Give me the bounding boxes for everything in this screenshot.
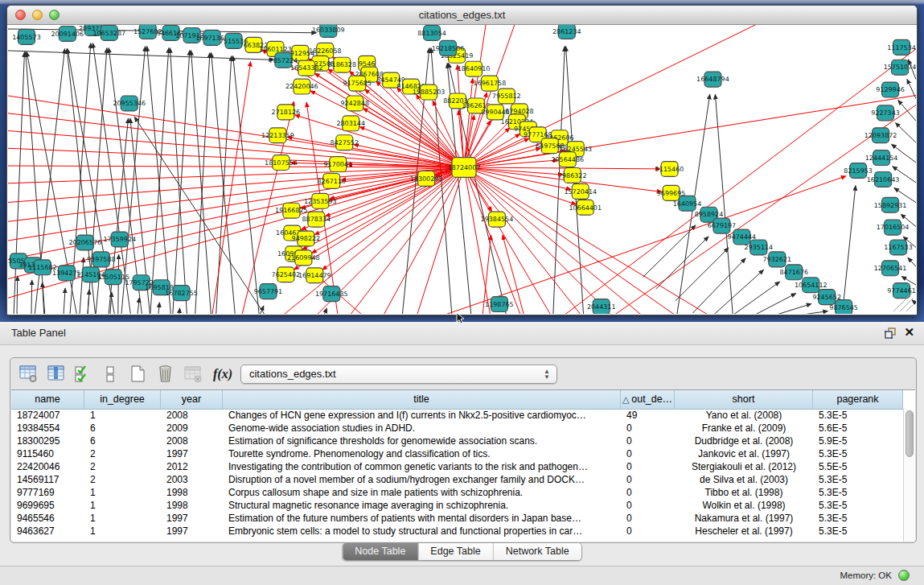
- select-all-rows-button[interactable]: [72, 363, 94, 385]
- cell-year: 1998: [161, 486, 223, 499]
- cell-pagerank: 5.5E-5: [813, 460, 903, 473]
- network-edge: [464, 167, 521, 314]
- table-row[interactable]: 1830029562008Estimation of significance …: [11, 435, 903, 447]
- column-header-in_degree[interactable]: in_degree: [84, 390, 161, 409]
- cell-title: Estimation of the future numbers of pati…: [223, 512, 621, 525]
- create-column-button[interactable]: [126, 363, 149, 385]
- network-edge: [771, 304, 811, 314]
- table-settings-icon: [18, 364, 39, 384]
- create-column-icon: [128, 364, 148, 384]
- network-edge: [138, 298, 140, 314]
- clear-selection-button[interactable]: [99, 363, 121, 385]
- cytoscape-app: citations_edges.txt 76638221860112389129…: [0, 0, 924, 585]
- cell-in_degree: 6: [84, 422, 161, 435]
- table-scrollbar[interactable]: [903, 409, 915, 542]
- column-header-year[interactable]: year: [161, 390, 223, 409]
- cell-title: Investigating the contribution of common…: [223, 460, 621, 473]
- column-header-title[interactable]: title: [223, 390, 621, 409]
- cell-name: 9777169: [11, 486, 84, 499]
- tab-edge-table[interactable]: Edge Table: [417, 543, 492, 560]
- citation-network-graph[interactable]: 7663822186011238912954182260589827508165…: [8, 25, 916, 314]
- close-panel-icon[interactable]: ✕: [904, 325, 914, 340]
- network-node-label: 8267110: [318, 178, 347, 185]
- table-row[interactable]: 911546021997Tourette syndrome. Phenomeno…: [11, 447, 903, 460]
- cell-name: 9463627: [11, 525, 84, 538]
- network-node-label: 10664401: [569, 204, 602, 212]
- column-header-short[interactable]: short: [675, 390, 813, 409]
- cell-short: Nakamura et al. (1997): [675, 512, 813, 525]
- cell-short: Yano et al. (2008): [675, 409, 813, 422]
- network-node-label: 8813054: [417, 30, 446, 37]
- table-row[interactable]: 946554611997Estimation of the future num…: [11, 512, 903, 525]
- cell-name: 19384554: [11, 422, 84, 435]
- table-select-dropdown[interactable]: citations_edges.txt▲▼: [240, 365, 557, 384]
- tab-network-table[interactable]: Network Table: [493, 543, 581, 560]
- table-panel: Table Panel ✕ f(x)citations_edges.txt▲▼ …: [0, 322, 924, 585]
- network-node-label: 15885203: [413, 89, 446, 96]
- table-row[interactable]: 977716911998Corpus callosum shape and si…: [11, 486, 903, 499]
- network-node-label: 12353593: [304, 198, 337, 205]
- column-header-pagerank[interactable]: pagerank: [813, 390, 903, 409]
- cell-short: Tibbo et al. (1998): [675, 486, 813, 499]
- clear-selection-icon: [101, 364, 121, 384]
- network-node-label: 19716485: [315, 290, 348, 298]
- cell-pagerank: 5.3E-5: [813, 447, 903, 460]
- network-edge: [842, 186, 856, 314]
- network-node-label: 7857224: [269, 57, 298, 64]
- network-edge: [323, 308, 326, 314]
- cell-title: Disruption of a novel member of a sodium…: [223, 473, 621, 486]
- table-body: 1872400712008Changes of HCN gene express…: [11, 409, 903, 542]
- cell-pagerank: 5.3E-5: [813, 486, 903, 499]
- network-edge: [173, 51, 190, 314]
- table-row[interactable]: 969969511998Structural magnetic resonanc…: [11, 499, 903, 512]
- table-settings-button[interactable]: [17, 363, 39, 385]
- cell-in_degree: 1: [84, 512, 161, 525]
- mouse-cursor: [456, 313, 466, 324]
- network-window-titlebar[interactable]: citations_edges.txt: [7, 6, 917, 25]
- select-columns-button[interactable]: [44, 363, 67, 385]
- network-edge: [80, 257, 84, 314]
- network-node-label: 20955346: [113, 100, 146, 107]
- cell-name: 9115460: [11, 447, 84, 460]
- delete-columns-button[interactable]: [154, 363, 176, 385]
- cell-name: 22420046: [11, 460, 84, 473]
- network-node-label: 10653287: [92, 30, 125, 37]
- cell-out_degree: 0: [621, 499, 675, 512]
- function-builder-icon[interactable]: f(x): [213, 367, 232, 381]
- network-node-label: 2861234: [552, 28, 581, 35]
- network-node-label: 12444154: [865, 154, 898, 162]
- table-row[interactable]: 946362711997Embryonic stem cells: a mode…: [11, 525, 903, 538]
- table-row[interactable]: 2242004622012Investigating the contribut…: [11, 460, 903, 473]
- network-node-label: 8215953: [844, 167, 873, 175]
- network-node-label: 16543382: [290, 64, 323, 72]
- cell-short: Dudbridge et al. (2008): [675, 435, 813, 447]
- table-panel-group: f(x)citations_edges.txt▲▼ namein_degreey…: [10, 357, 917, 543]
- network-node-label: 16914479: [298, 272, 331, 279]
- cell-year: 1997: [161, 447, 223, 460]
- tab-node-table[interactable]: Node Table: [343, 543, 417, 560]
- float-panel-icon[interactable]: [885, 328, 897, 340]
- network-edge: [791, 311, 827, 314]
- column-header-out_degree[interactable]: △out_de…: [621, 390, 675, 409]
- column-header-name[interactable]: name: [11, 390, 84, 409]
- network-edge: [8, 167, 464, 203]
- cell-short: Hescheler et al. (1997): [675, 525, 813, 538]
- network-node-label: 8878334: [302, 216, 331, 223]
- network-edge: [731, 282, 779, 314]
- table-row[interactable]: 1872400712008Changes of HCN gene express…: [11, 409, 903, 422]
- network-node-label: 18107554: [265, 159, 298, 167]
- table-row[interactable]: 1938455462009Genome-wide association stu…: [11, 422, 903, 435]
- network-node-label: 8186328: [327, 62, 356, 69]
- network-canvas[interactable]: 7663822186011238912954182260589827508165…: [8, 25, 916, 314]
- cell-year: 2012: [161, 460, 223, 473]
- network-edge: [147, 47, 171, 314]
- delete-table-button[interactable]: [181, 363, 203, 385]
- table-scrollbar-thumb[interactable]: [906, 410, 914, 457]
- table-panel-header: Table Panel ✕: [0, 322, 924, 345]
- cell-out_degree: 0: [621, 460, 675, 473]
- network-edge: [170, 48, 187, 314]
- network-node-label: 9242848: [340, 100, 369, 107]
- cell-year: 1998: [161, 499, 223, 512]
- table-row[interactable]: 1456911722003Disruption of a novel membe…: [11, 473, 903, 486]
- cell-out_degree: 0: [621, 525, 675, 538]
